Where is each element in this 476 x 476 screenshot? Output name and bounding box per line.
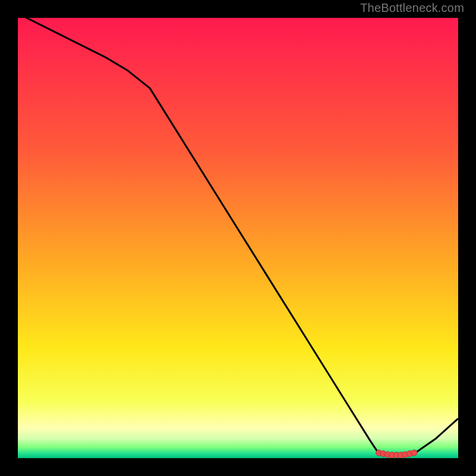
chart-background-gradient <box>18 18 458 458</box>
watermark-text: TheBottleneck.com <box>360 1 464 15</box>
chart-scatter-point <box>411 450 417 456</box>
chart-plot-area <box>18 18 458 458</box>
chart-svg <box>18 18 458 458</box>
